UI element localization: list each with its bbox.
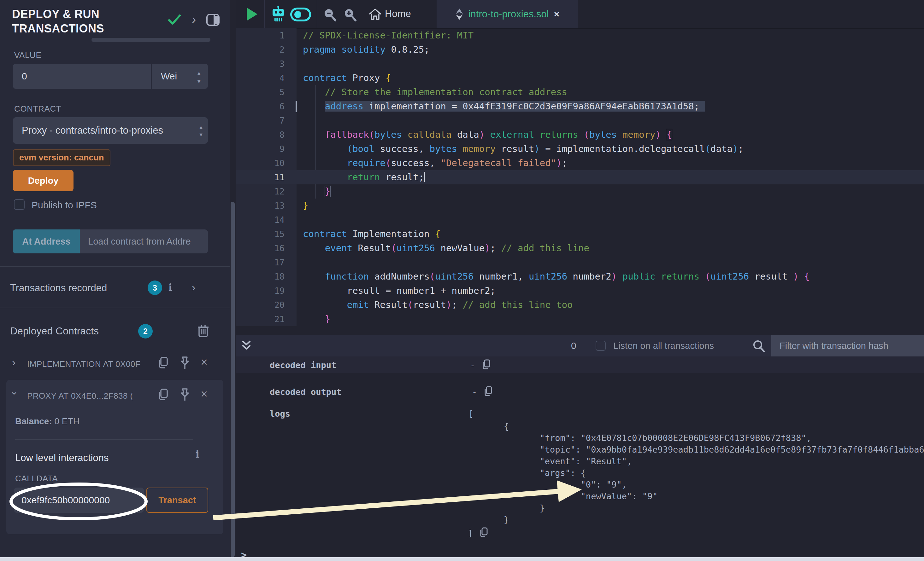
terminal-collapse-icon[interactable] [241,340,252,352]
code-text: } [297,312,330,326]
copy-icon[interactable] [483,386,493,397]
log-line: { [468,420,924,432]
code-line[interactable]: 6 address implementation = 0x44fE319Fc0C… [236,99,924,114]
transactions-expand-chevron-icon[interactable]: › [192,283,195,292]
pin-icon[interactable] [178,356,191,370]
filter-transaction-input[interactable]: Filter with transaction hash [771,335,924,356]
terminal[interactable]: decoded input - decoded output - logs [ … [236,356,924,557]
terminal-row-highlight [236,356,924,373]
implementation-contract-label[interactable]: IMPLEMENTATION AT 0X00F [27,359,140,369]
home-icon[interactable] [369,7,382,21]
value-input[interactable]: 0 [13,64,151,89]
calldata-input[interactable]: 0xef9fc50b00000000 [14,488,144,513]
code-line[interactable]: 4contract Proxy { [236,71,924,85]
low-level-interactions-label: Low level interactions [15,452,108,464]
low-level-info-icon[interactable]: i [196,449,200,460]
unit-spinner-icon[interactable]: ▲▼ [196,69,202,86]
code-line[interactable]: 19 result = number1 + number2; [236,284,924,298]
copy-icon[interactable] [157,356,169,370]
contract-select[interactable]: Proxy - contracts/intro-to-proxies ▲▼ [13,117,208,144]
trash-icon[interactable] [197,323,210,338]
at-address-input[interactable]: Load contract from Addre [80,229,208,253]
divider [15,439,193,440]
proxy-contract-label[interactable]: PROXY AT 0X4E0...2F838 ( [27,391,133,401]
line-number: 20 [236,298,297,312]
panel-divider-scrollbar[interactable] [230,0,236,557]
code-text [297,255,303,269]
close-icon[interactable]: × [201,356,208,369]
code-text: (bool success, bytes memory result) = im… [297,142,744,156]
line-number: 18 [236,269,297,284]
line-number: 1 [236,28,297,43]
decoded-output-value: - [472,387,477,397]
publish-ipfs-checkbox[interactable] [14,199,25,210]
transact-button[interactable]: Transact [146,488,208,513]
panel-scroll-pill[interactable] [92,38,210,42]
copy-icon[interactable] [157,388,169,401]
listen-checkbox[interactable] [596,341,606,351]
logs-label: logs [270,409,290,419]
log-line: } [468,514,924,525]
decoded-input-value: - [470,360,475,370]
proxy-collapse-chevron-icon[interactable]: › [10,392,20,395]
code-text: pragma solidity 0.8.25; [297,43,430,57]
log-line: } [468,502,924,514]
code-line[interactable]: 18 function addNumbers(uint256 number1, … [236,269,924,284]
code-line[interactable]: 20 emit Result(result); // add this line… [236,298,924,312]
balance-value: 0 ETH [52,416,80,426]
line-number: 10 [236,156,297,170]
search-icon[interactable] [752,340,765,353]
code-line[interactable]: 12 } [236,184,924,199]
code-line[interactable]: 16 event Result(uint256 newValue); // ad… [236,241,924,255]
code-line[interactable]: 14 [236,213,924,227]
code-text: event Result(uint256 newValue); // add t… [297,241,589,255]
listen-count: 0 [571,340,576,351]
at-address-button[interactable]: At Address [13,229,80,253]
code-line[interactable]: 7 [236,114,924,128]
check-icon [167,13,182,26]
line-number: 19 [236,284,297,298]
code-text: } [297,199,308,213]
code-text [297,57,303,71]
transactions-info-icon[interactable]: i [168,282,172,293]
code-line[interactable]: 10 require(success, "Delegatecall failed… [236,156,924,170]
tab-home[interactable]: Home [385,8,411,19]
code-line[interactable]: 5 // Store the implementation contract a… [236,85,924,99]
collapse-panel-chevron-icon[interactable]: › [192,15,196,24]
tab-close-icon[interactable]: × [554,9,560,19]
code-line[interactable]: 8 fallback(bytes calldata data) external… [236,128,924,142]
logs-json: { "from": "0x4E0781c07b00008E2E06DE98FC4… [468,420,924,525]
code-editor[interactable]: 1// SPDX-License-Identifier: MIT2pragma … [236,28,924,326]
run-play-icon[interactable] [245,7,258,21]
value-unit-label: Wei [161,71,177,81]
zoom-in-icon[interactable] [343,7,357,21]
scrollbar-thumb[interactable] [231,202,235,557]
toggle-on-icon[interactable] [290,7,311,21]
panel-title: DEPLOY & RUN TRANSACTIONS [12,7,148,36]
code-line[interactable]: 3 [236,57,924,71]
code-line[interactable]: 17 [236,255,924,269]
contract-label: CONTRACT [14,104,61,114]
value-unit-select[interactable]: Wei ▲▼ [152,64,208,89]
pin-icon[interactable] [178,387,191,402]
ai-robot-icon[interactable] [270,6,286,23]
code-line[interactable]: 15contract Implementation { [236,227,924,241]
code-line[interactable]: 9 (bool success, bytes memory result) = … [236,142,924,156]
copy-icon[interactable] [479,527,488,538]
implementation-expand-chevron-icon[interactable]: › [12,358,15,367]
copy-icon[interactable] [482,359,491,370]
deployed-contracts-label: Deployed Contracts [10,325,99,337]
line-number: 3 [236,57,297,71]
zoom-out-icon[interactable] [323,7,337,21]
close-icon[interactable]: × [201,387,208,401]
code-line[interactable]: 11 return result; [236,170,924,184]
deploy-button[interactable]: Deploy [13,170,74,191]
code-line[interactable]: 21 } [236,312,924,326]
value-label: VALUE [14,51,41,60]
code-line[interactable]: 2pragma solidity 0.8.25; [236,43,924,57]
pin-panel-icon[interactable] [206,13,220,27]
code-line[interactable]: 13} [236,199,924,213]
listen-label[interactable]: Listen on all transactions [613,341,714,351]
code-line[interactable]: 1// SPDX-License-Identifier: MIT [236,28,924,43]
tab-intro-to-proxies[interactable]: intro-to-proxies.sol × [436,0,578,28]
